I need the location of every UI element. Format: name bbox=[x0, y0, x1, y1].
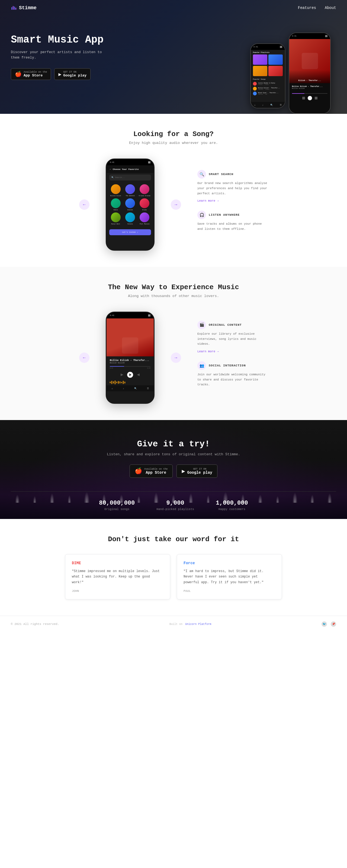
navbar: Stimme Features About bbox=[0, 0, 347, 16]
section1-title: Looking for a Song? bbox=[11, 130, 336, 138]
testimonials-title: Don't just take our word for it bbox=[11, 535, 336, 544]
section2-title: The New Way to Experience Music bbox=[11, 283, 336, 291]
pinterest-link[interactable]: 📌 bbox=[331, 621, 336, 627]
features-layout: ← 9:41▓▓ ← Choose Your Favorite 🔍 Search… bbox=[11, 158, 336, 251]
prev-arrow2-button[interactable]: ← bbox=[79, 352, 89, 363]
cta-section: Give it a try! Listen, share and explore… bbox=[0, 420, 347, 519]
testimonial-brand-force: Force bbox=[183, 561, 275, 565]
listen-anywhere-icon: 🎧 bbox=[197, 211, 206, 219]
feature-social: 👥 SOCIAL INTERACTION Join our worldwide … bbox=[197, 361, 268, 387]
testimonial-text-force: "I am hard to impress, but Stimme did it… bbox=[183, 568, 275, 585]
testimonial-text-dime: "Stimme impressed me on multiple levels.… bbox=[72, 568, 164, 585]
original-content-icon: 🎬 bbox=[197, 320, 206, 329]
feature2-phone-mockup: 9:41▓▓ Billie Eilish - Therefor... Billi… bbox=[106, 312, 154, 404]
hero-buttons: 🍎 Available on the App Store ▶ GET IT ON… bbox=[11, 68, 109, 80]
cta-appstore-button[interactable]: 🍎 Available on the App Store bbox=[129, 464, 173, 478]
feature-smart-search: 🔍 SMART SEARCH Our brand new search algo… bbox=[197, 170, 268, 203]
next-arrow2-button[interactable]: → bbox=[171, 352, 181, 363]
footer-center: Built on Unicorn Platform bbox=[169, 623, 211, 626]
svg-rect-1 bbox=[13, 6, 13, 10]
hero-section: Smart Music App Discover your perfect ar… bbox=[0, 0, 347, 114]
twitter-link[interactable]: 🐦 bbox=[321, 621, 327, 627]
appstore-button[interactable]: 🍎 Available on the App Store bbox=[11, 68, 51, 80]
original-content-link[interactable]: Learn more → bbox=[197, 350, 219, 353]
feature-listen-anywhere: 🎧 LISTEN ANYWHERE Save tracks and albums… bbox=[197, 211, 268, 231]
cta-apple-icon: 🍎 bbox=[135, 467, 142, 475]
googleplay-button[interactable]: ▶ GET IT ON Google play bbox=[54, 68, 91, 80]
cta-title: Give it a try! bbox=[11, 439, 336, 449]
cta-android-icon: ▶ bbox=[182, 468, 185, 474]
hero-content: Smart Music App Discover your perfect ar… bbox=[0, 34, 119, 80]
apple-icon: 🍎 bbox=[15, 71, 22, 78]
features-section: Looking for a Song? Enjoy high quality a… bbox=[0, 114, 347, 267]
next-arrow-button[interactable]: → bbox=[171, 199, 181, 210]
feature2-descriptions: 🎬 ORIGINAL CONTENT Explore our library o… bbox=[197, 320, 268, 395]
cta-buttons: 🍎 Available on the App Store ▶ GET IT ON… bbox=[11, 464, 336, 478]
cta-subtitle: Listen, share and explore tons of origin… bbox=[11, 452, 336, 456]
hero-subtitle: Discover your perfect artists and listen… bbox=[11, 50, 109, 61]
svg-rect-0 bbox=[11, 7, 12, 10]
twitter-icon: 🐦 bbox=[323, 622, 326, 626]
section2: The New Way to Experience Music Along wi… bbox=[0, 267, 347, 420]
feature-descriptions: 🔍 SMART SEARCH Our brand new search algo… bbox=[197, 170, 268, 239]
section2-subtitle: Along with thousands of other music love… bbox=[11, 294, 336, 298]
hero-phone-playlist: 9:41▓▓ Popular Playlists Popular Songs J… bbox=[250, 43, 286, 108]
stat-customers: 1,000,000 Happy customers bbox=[216, 500, 248, 511]
prev-arrow-button[interactable]: ← bbox=[79, 199, 89, 210]
testimonial-dime: DIME "Stimme impressed me on multiple le… bbox=[65, 554, 170, 599]
testimonial-author-force: PAUL bbox=[183, 589, 275, 593]
stat-songs: 80,000,000 Original songs bbox=[99, 500, 135, 511]
testimonial-force: Force "I am hard to impress, but Stimme … bbox=[177, 554, 282, 599]
section1-subtitle: Enjoy high quality audio wherever you ar… bbox=[11, 141, 336, 145]
nav-links: Features About bbox=[298, 6, 336, 10]
testimonial-brand-dime: DIME bbox=[72, 561, 164, 565]
nav-features[interactable]: Features bbox=[298, 6, 316, 10]
hero-phone-nowplaying: 9:41▓▓ Eilish - Therefor... Billie Eilis… bbox=[289, 33, 331, 114]
smart-search-link[interactable]: Learn more → bbox=[197, 199, 219, 203]
cta-googleplay-button[interactable]: ▶ GET IT ON Google play bbox=[176, 464, 217, 478]
footer-copyright: © 2021 All rights reserved. bbox=[11, 622, 59, 626]
logo[interactable]: Stimme bbox=[11, 5, 37, 11]
social-icon: 👥 bbox=[197, 361, 206, 370]
hero-title: Smart Music App bbox=[11, 34, 109, 46]
footer: © 2021 All rights reserved. Built on Uni… bbox=[0, 616, 347, 632]
feature-original-content: 🎬 ORIGINAL CONTENT Explore our library o… bbox=[197, 320, 268, 354]
nav-about[interactable]: About bbox=[325, 6, 336, 10]
testimonials-section: Don't just take our word for it DIME "St… bbox=[0, 519, 347, 616]
stats-row: 80,000,000 Original songs 9,000 Hand-pic… bbox=[11, 491, 336, 511]
testimonial-author-dime: JOHN bbox=[72, 589, 164, 593]
testimonials-grid: DIME "Stimme impressed me on multiple le… bbox=[65, 554, 282, 599]
android-icon: ▶ bbox=[58, 71, 61, 77]
features2-layout: ← 9:41▓▓ Billie Eilish - Therefor... Bil… bbox=[11, 312, 336, 404]
footer-social-links: 🐦 📌 bbox=[321, 621, 336, 627]
pinterest-icon: 📌 bbox=[332, 622, 335, 626]
smart-search-icon: 🔍 bbox=[197, 170, 206, 179]
svg-rect-3 bbox=[16, 8, 16, 10]
svg-rect-2 bbox=[14, 6, 15, 10]
hero-phones: 9:41▓▓ Popular Playlists Popular Songs J… bbox=[250, 33, 331, 114]
stat-playlists: 9,000 Hand-picked playlists bbox=[156, 500, 194, 511]
feature-phone-mockup: 9:41▓▓ ← Choose Your Favorite 🔍 Search..… bbox=[106, 158, 154, 251]
